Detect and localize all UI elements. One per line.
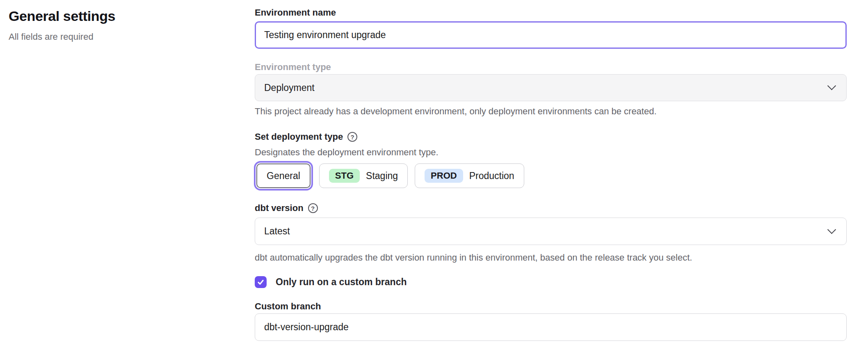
- deployment-type-option-label: Staging: [366, 170, 398, 182]
- deployment-type-option-label: Production: [469, 170, 514, 182]
- deployment-type-description: Designates the deployment environment ty…: [255, 146, 847, 159]
- environment-name-label: Environment name: [255, 7, 847, 19]
- custom-branch-checkbox-row: Only run on a custom branch: [255, 276, 847, 288]
- custom-branch-checkbox[interactable]: [255, 276, 267, 288]
- settings-form: Environment name Environment type Deploy…: [255, 0, 847, 341]
- environment-type-value: Deployment: [264, 82, 315, 93]
- help-icon[interactable]: ?: [308, 203, 318, 213]
- dbt-version-label: dbt version: [255, 202, 304, 214]
- staging-badge: STG: [329, 169, 360, 183]
- chevron-down-icon: [827, 225, 836, 234]
- dbt-version-select[interactable]: Latest: [255, 218, 847, 245]
- chevron-down-icon: [827, 82, 836, 90]
- environment-type-select: Deployment: [255, 74, 847, 101]
- deployment-type-options: General STG Staging PROD Production: [255, 163, 847, 188]
- deployment-type-label: Set deployment type: [255, 131, 343, 143]
- custom-branch-checkbox-label[interactable]: Only run on a custom branch: [276, 277, 407, 288]
- checkmark-icon: [257, 278, 265, 286]
- environment-type-helper: This project already has a development e…: [255, 105, 847, 118]
- deployment-type-option-label: General: [267, 170, 300, 182]
- environment-name-input[interactable]: [255, 21, 847, 49]
- settings-header: General settings All fields are required: [0, 0, 255, 43]
- deployment-type-option-production[interactable]: PROD Production: [415, 163, 524, 188]
- environment-settings-page: General settings All fields are required…: [0, 0, 868, 341]
- production-badge: PROD: [425, 169, 463, 183]
- help-icon[interactable]: ?: [347, 132, 357, 142]
- custom-branch-input[interactable]: [255, 313, 847, 341]
- dbt-version-helper: dbt automatically upgrades the dbt versi…: [255, 252, 847, 264]
- environment-type-label: Environment type: [255, 61, 847, 73]
- page-title: General settings: [9, 7, 255, 25]
- deployment-type-option-general[interactable]: General: [256, 163, 311, 188]
- dbt-version-value: Latest: [264, 226, 290, 237]
- deployment-type-option-staging[interactable]: STG Staging: [319, 163, 408, 188]
- page-subtitle: All fields are required: [9, 31, 255, 43]
- custom-branch-label: Custom branch: [255, 300, 847, 313]
